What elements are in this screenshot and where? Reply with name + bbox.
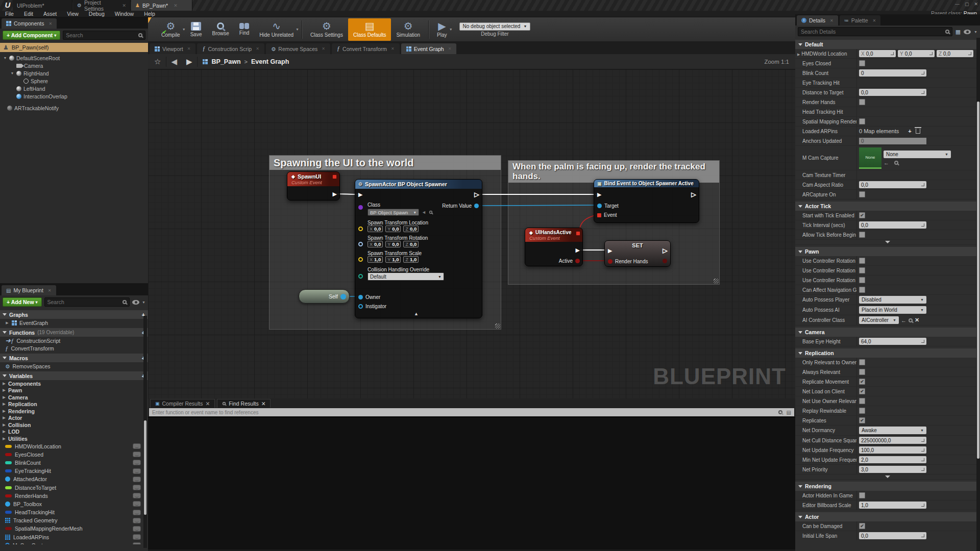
exec-out-pin[interactable]: ▶ [475, 192, 479, 197]
toolbar-class-defaults-button[interactable]: ▤Class Defaults [348, 18, 391, 41]
toolbar-hide-unrelated-button[interactable]: ∿Hide Unrelated▼ [254, 18, 299, 41]
expand-arrow-icon[interactable]: ▶ [2, 382, 6, 386]
my-blueprint-scrollbar[interactable] [143, 316, 147, 548]
node-self[interactable]: Self [299, 289, 350, 304]
window-tab-uiproblem-[interactable]: UIProblem* [13, 0, 72, 11]
checkbox[interactable] [859, 369, 865, 375]
details-search-box[interactable] [798, 27, 952, 36]
visibility-toggle-icon[interactable]: ‿ [133, 518, 141, 523]
tab-palette[interactable]: ≔Palette✕ [840, 15, 880, 26]
details-section-actor-tick[interactable]: Actor Tick [795, 202, 980, 211]
expand-arrow-icon[interactable]: ▶ [2, 402, 6, 406]
browse-icon[interactable] [894, 161, 898, 165]
asset-thumbnail[interactable]: None [859, 147, 881, 169]
checkbox[interactable] [859, 99, 865, 105]
checkbox[interactable] [859, 232, 865, 238]
graph-item-eventgraph[interactable]: ▶EventGraph [0, 319, 148, 327]
menu-asset[interactable]: Asset [38, 11, 62, 17]
delegate-pin[interactable] [576, 231, 580, 236]
details-section-camera[interactable]: Camera [795, 328, 980, 337]
menu-view[interactable]: View [62, 11, 84, 17]
close-icon[interactable]: ✕ [873, 18, 876, 23]
checkbox[interactable] [859, 60, 865, 66]
spawn-transform-scale-z-field[interactable]: Z1,0 [403, 256, 419, 263]
section-header-graphs[interactable]: Graphs+ [0, 310, 148, 319]
visibility-toggle-icon[interactable]: ‿ [133, 534, 141, 540]
vector-y-field[interactable]: Y0,0 [898, 50, 935, 57]
bottom-tab-find-results[interactable]: Find Results✕ [217, 399, 271, 408]
checkbox[interactable] [859, 492, 865, 498]
node-bind-event[interactable]: ▣ Bind Event to Object Spawner Active ▶ … [594, 179, 699, 223]
variable-group-camera[interactable]: ▶Camera [0, 394, 148, 401]
dropdown[interactable]: Awake▼ [859, 427, 926, 434]
value-field[interactable]: 0 [859, 69, 926, 77]
doc-tab-convert-transform[interactable]: ƒConvert Transform✕ [332, 43, 400, 54]
dropdown-caret-icon[interactable]: ▼ [296, 28, 299, 31]
close-icon[interactable]: ✕ [830, 18, 834, 23]
node-set-renderhands[interactable]: SET ▶ ▶ Render Hands [604, 240, 671, 267]
checkbox[interactable] [859, 258, 865, 264]
expand-arrow-icon[interactable]: ▶ [2, 409, 6, 413]
visibility-toggle-icon[interactable]: ‿ [133, 542, 141, 544]
function-item-constructionscript[interactable]: ➜ƒConstructionScript [0, 337, 148, 344]
component-root-row[interactable]: ♟ BP_Pawn(self) [0, 43, 148, 52]
doc-tab-viewport[interactable]: Viewport✕ [150, 43, 195, 54]
variable-item-eyetrackinghit[interactable]: EyeTrackingHit‿ [0, 467, 148, 475]
node-uihandsactive[interactable]: ◈ UIHandsActive Custom Event ▶ Active [525, 228, 583, 266]
components-search[interactable] [63, 31, 145, 40]
checkbox[interactable] [859, 277, 865, 283]
visibility-toggle-icon[interactable]: ‿ [133, 468, 141, 474]
visibility-icon[interactable] [964, 30, 971, 34]
variable-item-loadedarpins[interactable]: LoadedARPins‿ [0, 533, 148, 541]
toolbar-save-button[interactable]: Save [185, 18, 207, 41]
asset-dropdown[interactable]: None▼ [884, 151, 951, 158]
expand-arrow-icon[interactable]: ▶ [2, 437, 6, 441]
expand-arrow-icon[interactable]: ▼ [3, 56, 7, 60]
spawn-transform-rotation-y-field[interactable]: Y0,0 [385, 241, 401, 247]
visibility-toggle-icon[interactable]: ‿ [133, 526, 141, 532]
checkbox[interactable] [859, 287, 865, 293]
component-item-interactionoverlap[interactable]: InteractionOverlap [3, 92, 148, 100]
component-item-artrackablenotify[interactable]: ARTrackableNotify [7, 104, 148, 112]
spawn-transform-location-y-field[interactable]: Y0,0 [385, 226, 401, 232]
variable-item-eyesclosed[interactable]: EyesClosed‿ [0, 450, 148, 459]
toolbar-compile-button[interactable]: ⚙Compile▼✔ [156, 18, 185, 41]
class-select[interactable]: BP Object Spawn▼ [368, 209, 419, 216]
renderhands-in-pin[interactable] [608, 259, 612, 264]
doc-tab-event-graph[interactable]: Event Graph✕ [401, 43, 457, 54]
find-references-input[interactable] [152, 410, 774, 415]
toolbar-class-settings-button[interactable]: ⚙Class Settings [305, 18, 348, 41]
exec-out-pin[interactable]: ▶ [663, 248, 667, 253]
components-search-input[interactable] [66, 32, 138, 38]
exec-out-pin[interactable]: ▶ [333, 191, 337, 196]
details-section-replication[interactable]: Replication [795, 348, 980, 358]
expand-arrow-icon[interactable]: ▶ [2, 395, 6, 399]
visibility-toggle-icon[interactable]: ‿ [133, 493, 141, 498]
close-icon[interactable]: ✕ [174, 3, 178, 8]
visibility-toggle-icon[interactable]: ‿ [133, 452, 141, 457]
vector-x-field[interactable]: X0,0 [859, 50, 896, 57]
menu-window[interactable]: Window [110, 11, 139, 17]
collision-select[interactable]: Default▼ [368, 272, 444, 281]
add-new-button[interactable]: + Add New ▾ [3, 297, 42, 307]
my-blueprint-search[interactable] [44, 297, 130, 307]
variable-item-headtrackinghit[interactable]: HeadTrackingHit‿ [0, 508, 148, 516]
variable-group-replication[interactable]: ▶Replication [0, 401, 148, 408]
close-icon[interactable]: ✕ [322, 46, 325, 51]
collision-pin[interactable] [358, 274, 363, 279]
window-tab-project-settings[interactable]: ⚙Project Settings✕ [73, 0, 131, 11]
variable-item-blinkcount[interactable]: BlinkCount‿ [0, 459, 148, 467]
checkbox[interactable] [859, 191, 865, 197]
spawn-transform-rotation-z-field[interactable]: Z0,0 [403, 241, 419, 247]
value-field[interactable]: 3,0 [859, 466, 926, 473]
menu-edit[interactable]: Edit [19, 11, 38, 17]
value-field[interactable]: 1,0 [859, 502, 926, 509]
value-field[interactable]: 2,0 [859, 456, 926, 463]
my-blueprint-search-input[interactable] [47, 299, 123, 305]
variable-item-distancetotarget[interactable]: DistanceToTarget‿ [0, 483, 148, 491]
section-header-functions[interactable]: Functions(19 Overridable)+ [0, 328, 148, 337]
variable-group-utilities[interactable]: ▶Utilities [0, 435, 148, 442]
close-icon[interactable]: ✕ [205, 400, 210, 407]
event-pin[interactable] [597, 213, 601, 217]
maximize-icon[interactable]: ▢ [965, 2, 969, 7]
